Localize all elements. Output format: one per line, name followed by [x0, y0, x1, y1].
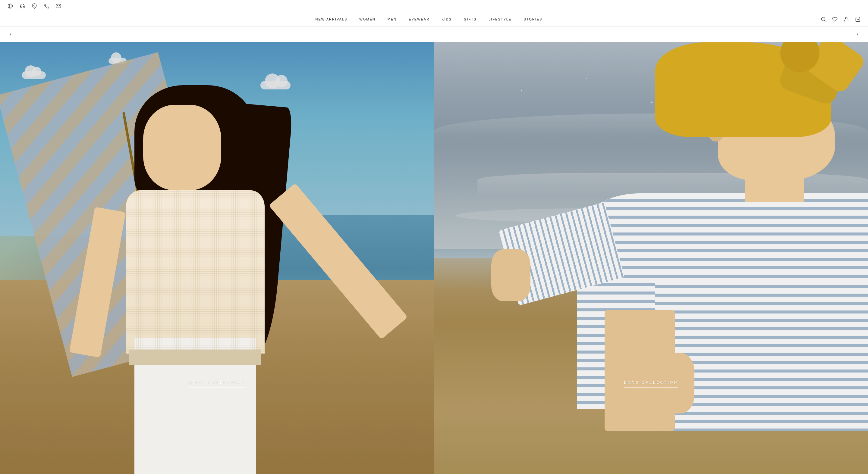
svg-line-5	[824, 20, 825, 21]
girls-bg-image	[0, 42, 434, 474]
utility-left	[7, 3, 61, 9]
mail-icon[interactable]	[56, 3, 61, 9]
nav-gifts[interactable]: GIFTS	[464, 18, 476, 21]
utility-bar	[0, 0, 868, 12]
wishlist-icon[interactable]	[832, 16, 838, 22]
boys-bg-image	[434, 42, 868, 474]
boys-collection-title: BOYS COLLECTION	[624, 380, 678, 385]
nav-eyewear[interactable]: EYEWEAR	[409, 18, 430, 21]
hero-container: GIRLS COLLECTION	[0, 42, 868, 474]
headset-icon[interactable]	[19, 3, 25, 9]
boy-figure	[499, 42, 868, 474]
location-icon[interactable]	[31, 3, 37, 9]
girls-collection-title: GIRLS COLLECTION	[189, 380, 245, 385]
nav-kids[interactable]: KIDS	[441, 18, 452, 21]
slider-prev-arrow[interactable]: ‹	[7, 29, 14, 40]
boys-panel[interactable]: BOYS COLLECTION	[434, 42, 868, 474]
globe-icon[interactable]	[7, 3, 13, 9]
svg-point-6	[845, 17, 847, 19]
boys-collection-label: BOYS COLLECTION	[624, 380, 678, 387]
slider-controls: ‹ ›	[0, 27, 868, 42]
girl-figure	[108, 85, 282, 474]
nav-new-arrivals[interactable]: NEW ARRIVALS	[315, 18, 347, 21]
account-icon[interactable]	[843, 16, 849, 22]
nav-men[interactable]: MEN	[388, 18, 397, 21]
boys-collection-underline	[624, 387, 678, 387]
nav-right	[820, 16, 861, 22]
nav-links: NEW ARRIVALS WOMEN MEN EYEWEAR KIDS GIFT…	[37, 18, 820, 21]
main-nav: NEW ARRIVALS WOMEN MEN EYEWEAR KIDS GIFT…	[0, 12, 868, 27]
svg-point-3	[34, 5, 35, 6]
phone-icon[interactable]	[43, 3, 50, 9]
girls-panel[interactable]: GIRLS COLLECTION	[0, 42, 434, 474]
search-icon[interactable]	[820, 16, 827, 22]
girls-collection-underline	[189, 387, 245, 387]
slider-next-arrow[interactable]: ›	[854, 29, 861, 40]
nav-stories[interactable]: STORIES	[524, 18, 542, 21]
cart-icon[interactable]	[855, 16, 861, 22]
nav-lifestyle[interactable]: LIFESTYLE	[489, 18, 512, 21]
girls-collection-label: GIRLS COLLECTION	[189, 380, 245, 387]
nav-women[interactable]: WOMEN	[359, 18, 375, 21]
